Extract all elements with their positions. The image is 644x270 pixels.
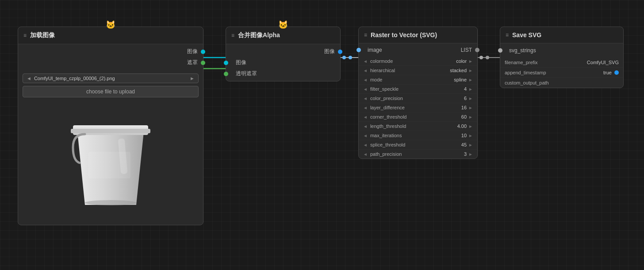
param-arrow-left-st: ◄ (363, 143, 368, 147)
port-label-save-in: svg_strings (509, 47, 536, 54)
param-name-filter-speckle: filter_speckle (370, 86, 464, 92)
svg-point-4 (85, 200, 136, 205)
param-value-color-precision: 6 (464, 96, 467, 101)
connection-dot3 (479, 56, 483, 59)
port-dot-save-in[interactable] (498, 48, 502, 53)
node-load-ports: 图像 遮罩 (18, 44, 203, 70)
param-colormode[interactable]: ◄ colormode color ► (359, 57, 477, 66)
port-row-merge-mask-in: 透明遮罩 (226, 68, 340, 79)
save-param-append-timestamp: append_timestamp true (500, 68, 623, 78)
param-name-max-iterations: max_iterations (370, 133, 461, 138)
connection-dot4 (486, 56, 489, 59)
param-arrow-right-lt: ► (468, 124, 473, 129)
param-arrow-right-ld: ► (468, 105, 473, 110)
save-params: filename_prefix ComfyUI_SVG append_times… (500, 58, 623, 88)
raster-params: ◄ colormode color ► ◄ hierarchical stack… (359, 57, 477, 158)
port-dot-merge-img-out[interactable] (338, 50, 342, 54)
param-splice-threshold[interactable]: ◄ splice_threshold 45 ► (359, 140, 477, 150)
node-raster-title: Raster to Vector (SVG) (371, 31, 472, 39)
file-row: ◄ ComfyUI_temp_czplp_00006_(2).png ► (23, 73, 199, 83)
svg-rect-2 (71, 129, 150, 133)
toggle-dot-timestamp[interactable] (614, 70, 619, 75)
param-value-path-precision: 3 (464, 151, 467, 157)
save-param-name-timestamp: append_timestamp (505, 70, 603, 75)
param-arrow-left-ld: ◄ (363, 105, 368, 110)
upload-button[interactable]: choose file to upload (23, 86, 199, 97)
preview-area (18, 101, 203, 225)
file-arrow-right: ► (190, 76, 195, 81)
param-arrow-right-pp: ► (468, 152, 473, 157)
param-arrow-right-fs: ► (468, 87, 473, 92)
param-color-precision[interactable]: ◄ color_precision 6 ► (359, 94, 477, 103)
menu-icon-save: ≡ (506, 32, 509, 38)
param-name-mode: mode (370, 77, 454, 82)
param-corner-threshold[interactable]: ◄ corner_threshold 60 ► (359, 112, 477, 122)
port-dot-merge-img-in[interactable] (224, 61, 228, 65)
param-hierarchical[interactable]: ◄ hierarchical stacked ► (359, 66, 477, 75)
param-value-layer-difference: 16 (461, 105, 467, 110)
file-arrow-left: ◄ (27, 76, 31, 81)
node-load-title: 加载图像 (30, 31, 198, 39)
filename-display: ComfyUI_temp_czplp_00006_(2).png (34, 76, 187, 81)
connection-dot2 (349, 56, 352, 59)
param-value-colormode: color (456, 58, 467, 64)
save-param-name-filename: filename_prefix (505, 60, 587, 65)
svg-rect-5 (88, 152, 130, 178)
param-arrow-left-colormode: ◄ (363, 59, 368, 64)
param-arrow-left-mode: ◄ (363, 77, 368, 82)
param-name-colormode: colormode (370, 58, 456, 64)
port-row-mask-out: 遮罩 (18, 57, 203, 68)
port-dot-raster-img-in[interactable] (356, 48, 361, 52)
param-filter-speckle[interactable]: ◄ filter_speckle 4 ► (359, 85, 477, 94)
param-mode[interactable]: ◄ mode spline ► (359, 75, 477, 85)
param-name-corner-threshold: corner_threshold (370, 114, 461, 120)
param-value-hierarchical: stacked (450, 68, 467, 73)
port-dot-raster-list-out[interactable] (475, 48, 479, 52)
param-arrow-right-ct: ► (468, 115, 473, 120)
port-label-merge-img-in: 图像 (236, 59, 246, 66)
save-param-custom-output: custom_output_path (500, 78, 623, 88)
param-arrow-right-mi: ► (468, 133, 473, 138)
param-arrow-left-cp: ◄ (363, 96, 368, 101)
node-load-image: 🐱 ≡ 加载图像 图像 遮罩 ◄ ComfyUI_temp_czplp_0000… (18, 27, 203, 225)
param-arrow-left-pp: ◄ (363, 152, 368, 157)
param-name-color-precision: color_precision (370, 96, 464, 101)
node-merge-badge: 🐱 (278, 20, 288, 30)
param-path-precision[interactable]: ◄ path_precision 3 ► (359, 150, 477, 158)
param-arrow-right-hier: ► (468, 68, 473, 73)
param-arrow-left-hier: ◄ (363, 68, 368, 73)
node-load-content: ◄ ComfyUI_temp_czplp_00006_(2).png ► cho… (18, 70, 203, 101)
param-name-length-threshold: length_threshold (370, 123, 457, 129)
menu-icon-merge: ≡ (231, 32, 234, 39)
param-value-max-iterations: 10 (461, 133, 467, 138)
port-row-merge-img-in: 图像 (226, 57, 340, 68)
param-arrow-left-mi: ◄ (363, 133, 368, 138)
param-name-layer-difference: layer_difference (370, 105, 461, 110)
param-arrow-right-st: ► (468, 143, 473, 147)
node-merge-alpha: 🐱 ≡ 合并图像Alpha 图像 图像 透明遮罩 (226, 27, 341, 81)
port-dot-image-out[interactable] (201, 50, 205, 54)
node-raster-ports: image LIST (359, 43, 477, 57)
save-param-name-custom-output: custom_output_path (505, 80, 619, 85)
node-merge-title: 合并图像Alpha (238, 31, 335, 39)
param-arrow-right-colormode: ► (468, 59, 473, 64)
param-max-iterations[interactable]: ◄ max_iterations 10 ► (359, 131, 477, 140)
node-merge-ports: 图像 图像 透明遮罩 (226, 44, 340, 81)
port-dot-mask-out[interactable] (201, 61, 205, 65)
param-length-threshold[interactable]: ◄ length_threshold 4.00 ► (359, 122, 477, 131)
bucket-preview (66, 112, 155, 214)
port-label-mask-out: 遮罩 (187, 59, 198, 66)
param-value-filter-speckle: 4 (464, 86, 467, 92)
menu-icon-load: ≡ (23, 32, 27, 39)
canvas: 🐱 ≡ 加载图像 图像 遮罩 ◄ ComfyUI_temp_czplp_0000… (0, 0, 644, 270)
port-dot-merge-mask-in[interactable] (224, 72, 228, 76)
port-row-merge-img-out: 图像 (226, 46, 340, 57)
port-label-raster-list-out: LIST (382, 47, 472, 53)
node-raster-to-vector: ≡ Raster to Vector (SVG) image LIST ◄ co… (358, 27, 478, 159)
port-row-save-in: svg_strings (500, 45, 623, 56)
menu-icon-raster: ≡ (364, 32, 367, 38)
param-name-path-precision: path_precision (370, 151, 464, 157)
param-arrow-left-fs: ◄ (363, 87, 368, 92)
param-name-splice-threshold: splice_threshold (370, 142, 461, 147)
param-layer-difference[interactable]: ◄ layer_difference 16 ► (359, 103, 477, 112)
